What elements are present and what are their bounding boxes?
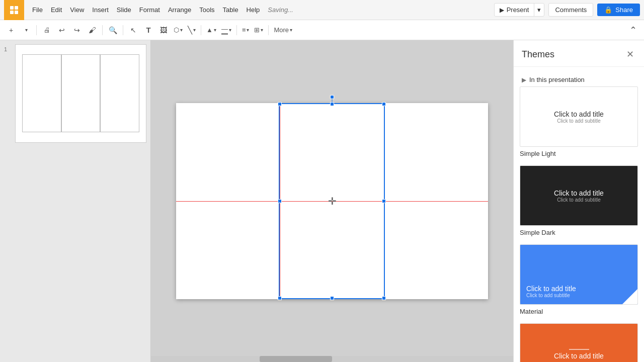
toolbar-separator-6 <box>268 25 269 35</box>
svg-rect-3 <box>15 11 18 14</box>
theme-subtitle-material: Click to add subtitle <box>526 293 576 298</box>
theme-item-simple-light: Click to add title Click to add subtitle… <box>520 86 638 157</box>
slide-number-1: 1 <box>4 44 12 52</box>
menu-help[interactable]: Help <box>243 4 264 16</box>
theme-name-simple-dark: Simple Dark <box>520 229 638 236</box>
line-color-icon: — <box>221 25 228 35</box>
print-button[interactable]: 🖨 <box>40 23 54 37</box>
shape-chevron: ▾ <box>180 27 183 33</box>
theme-title-simple-dark: Click to add title <box>554 189 604 197</box>
theme-preview-simple-light[interactable]: Click to add title Click to add subtitle <box>520 86 638 147</box>
more-button[interactable]: More ▾ <box>272 25 294 35</box>
main-area: 1 <box>0 40 644 362</box>
line-dash-dropdown[interactable]: ⊞ ▾ <box>252 25 265 35</box>
menu-table[interactable]: Table <box>219 4 243 16</box>
app-logo[interactable] <box>4 0 24 20</box>
share-button[interactable]: 🔒 Share <box>597 4 640 16</box>
line-weight-dropdown[interactable]: ≡ ▾ <box>240 25 252 35</box>
present-dropdown[interactable]: ▾ <box>534 4 544 16</box>
theme-item-material: Click to add title Click to add subtitle… <box>520 244 638 315</box>
toolbar-separator-4 <box>201 25 201 35</box>
table-grid <box>176 103 488 299</box>
canvas-area[interactable]: ✛ <box>151 40 513 362</box>
comments-button[interactable]: Comments <box>548 3 593 17</box>
slide-col-1 <box>22 54 61 132</box>
theme-item-simple-dark: Click to add title Click to add subtitle… <box>520 165 638 236</box>
zoom-button[interactable]: 🔍 <box>106 23 120 37</box>
theme-name-material: Material <box>520 308 638 315</box>
text-button[interactable]: T <box>141 23 155 37</box>
theme-name-simple-light: Simple Light <box>520 150 638 157</box>
saving-indicator: Saving... <box>268 6 293 14</box>
svg-rect-0 <box>10 6 14 10</box>
svg-rect-2 <box>10 11 14 14</box>
menu-file[interactable]: File <box>28 4 47 16</box>
image-button[interactable]: 🖼 <box>156 23 171 37</box>
line-weight-chevron: ▾ <box>247 27 249 33</box>
material-text-block: Click to add title Click to add subtitle <box>526 285 576 298</box>
present-icon: ▶ <box>500 7 504 14</box>
theme-preview-material[interactable]: Click to add title Click to add subtitle <box>520 244 638 305</box>
menu-slide[interactable]: Slide <box>113 4 135 16</box>
slide-list: 1 <box>4 44 146 143</box>
svg-rect-1 <box>15 6 18 10</box>
lock-icon: 🔒 <box>604 6 612 14</box>
toolbar-separator-2 <box>102 25 103 35</box>
theme-item-coral: Click to add title <box>520 323 638 362</box>
toolbar-separator-3 <box>123 25 123 35</box>
theme-subtitle-simple-light: Click to add subtitle <box>557 118 601 124</box>
shape-icon: ⬡ <box>174 26 179 34</box>
top-right-actions: ▶ Present ▾ Comments 🔒 Share <box>494 3 640 17</box>
themes-close-button[interactable]: ✕ <box>624 48 636 60</box>
coral-line-accent <box>569 349 589 350</box>
theme-preview-coral[interactable]: Click to add title <box>520 323 638 362</box>
line-color-dropdown[interactable]: — ▾ <box>219 24 233 36</box>
menu-insert[interactable]: Insert <box>88 4 113 16</box>
present-button[interactable]: ▶ Present ▾ <box>494 3 545 17</box>
line-chevron: ▾ <box>193 27 196 33</box>
slide-thumbnail-1[interactable] <box>15 44 146 143</box>
menu-edit[interactable]: Edit <box>47 4 66 16</box>
fill-icon: ▲ <box>206 26 213 34</box>
theme-subtitle-simple-dark: Click to add subtitle <box>557 197 601 203</box>
toolbar: + ▾ 🖨 ↩ ↪ 🖌 🔍 ↖ T 🖼 ⬡ ▾ ╲ ▾ ▲ ▾ — ▾ ≡ ▾ … <box>0 20 644 40</box>
toolbar-collapse-button[interactable]: ⌃ <box>626 23 640 37</box>
slide-thumb-inner <box>22 54 139 132</box>
present-label: Present <box>507 6 529 14</box>
menu-tools[interactable]: Tools <box>195 4 218 16</box>
scrollbar-thumb[interactable] <box>260 356 332 362</box>
theme-title-coral: Click to add title <box>554 352 604 360</box>
toolbar-separator-5 <box>236 25 237 35</box>
cursor-button[interactable]: ↖ <box>126 23 140 37</box>
line-dash-chevron: ▾ <box>261 27 263 33</box>
collapse-icon: ⌃ <box>629 25 637 36</box>
add-button[interactable]: + <box>4 23 18 37</box>
material-corner-decoration <box>622 289 637 304</box>
shape-dropdown[interactable]: ⬡ ▾ <box>172 25 185 35</box>
redo-button[interactable]: ↪ <box>70 23 84 37</box>
menu-bar: File Edit View Insert Slide Format Arran… <box>0 0 644 20</box>
fill-color-dropdown[interactable]: ▲ ▾ <box>204 25 218 35</box>
slide-canvas[interactable]: ✛ <box>176 103 488 299</box>
line-dropdown[interactable]: ╲ ▾ <box>186 24 198 36</box>
toolbar-separator-1 <box>36 25 37 35</box>
menu-arrange[interactable]: Arrange <box>164 4 195 16</box>
horizontal-scrollbar[interactable] <box>151 356 513 362</box>
zoom-dropdown-button[interactable]: ▾ <box>19 23 33 37</box>
menu-format[interactable]: Format <box>135 4 164 16</box>
more-label: More <box>274 26 289 34</box>
slide-panel: 1 <box>0 40 151 362</box>
menu-view[interactable]: View <box>66 4 88 16</box>
fill-chevron: ▾ <box>214 27 216 33</box>
in-presentation-label: In this presentation <box>529 76 585 83</box>
selection-top-handle[interactable] <box>330 95 334 99</box>
grid-line-h1 <box>176 201 488 202</box>
paint-format-button[interactable]: 🖌 <box>85 23 99 37</box>
in-presentation-section[interactable]: ▶ In this presentation <box>520 73 638 86</box>
undo-button[interactable]: ↩ <box>55 23 69 37</box>
theme-preview-simple-dark[interactable]: Click to add title Click to add subtitle <box>520 165 638 226</box>
chevron-down-icon: ▾ <box>537 6 541 14</box>
theme-title-material: Click to add title <box>526 285 576 293</box>
present-main[interactable]: ▶ Present <box>495 4 535 16</box>
line-weight-icon: ≡ <box>242 26 246 34</box>
